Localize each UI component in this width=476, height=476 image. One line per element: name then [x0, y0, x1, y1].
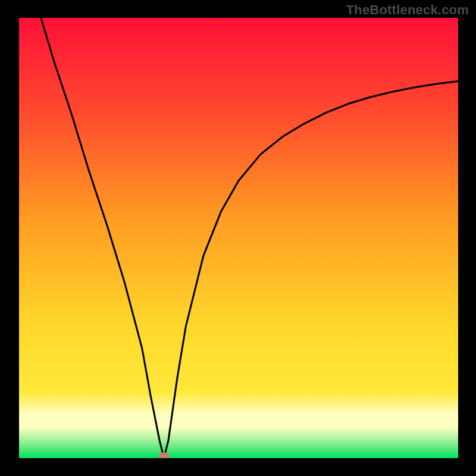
gradient-background: [19, 18, 458, 458]
plot-area: [19, 18, 458, 458]
chart-frame: TheBottleneck.com: [0, 0, 476, 476]
watermark-text: TheBottleneck.com: [346, 2, 469, 18]
bottleneck-chart: [19, 18, 458, 458]
